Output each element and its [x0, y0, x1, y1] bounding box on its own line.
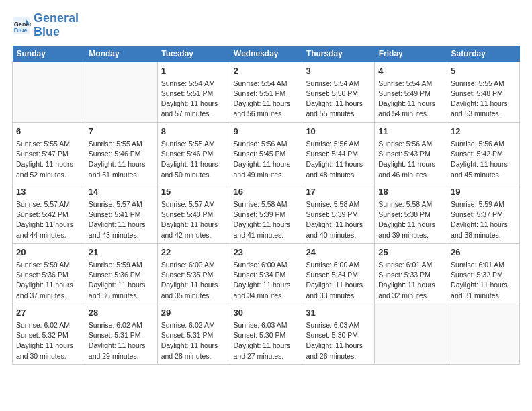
calendar-cell: 28Sunrise: 6:02 AM Sunset: 5:31 PM Dayli…: [85, 304, 157, 364]
cell-content: Sunrise: 5:58 AM Sunset: 5:39 PM Dayligh…: [306, 199, 371, 240]
date-number: 29: [161, 307, 226, 319]
calendar-cell: 17Sunrise: 5:58 AM Sunset: 5:39 PM Dayli…: [302, 183, 375, 243]
calendar-cell: 7Sunrise: 5:55 AM Sunset: 5:46 PM Daylig…: [85, 122, 157, 183]
date-number: 13: [16, 186, 81, 198]
calendar-cell: [375, 304, 447, 364]
col-tuesday: Tuesday: [157, 46, 230, 62]
logo: General Blue GeneralBlue: [12, 12, 79, 39]
calendar-cell: 3Sunrise: 5:54 AM Sunset: 5:50 PM Daylig…: [302, 62, 375, 122]
date-number: 2: [234, 65, 299, 77]
date-number: 30: [234, 307, 299, 319]
calendar-cell: 20Sunrise: 5:59 AM Sunset: 5:36 PM Dayli…: [13, 243, 85, 304]
calendar-week-2: 6Sunrise: 5:55 AM Sunset: 5:47 PM Daylig…: [13, 122, 520, 183]
calendar-cell: [13, 62, 85, 122]
calendar-cell: 29Sunrise: 6:02 AM Sunset: 5:31 PM Dayli…: [157, 304, 230, 364]
calendar-cell: 19Sunrise: 5:59 AM Sunset: 5:37 PM Dayli…: [447, 183, 520, 243]
cell-content: Sunrise: 6:00 AM Sunset: 5:34 PM Dayligh…: [234, 260, 299, 301]
calendar-week-4: 20Sunrise: 5:59 AM Sunset: 5:36 PM Dayli…: [13, 243, 520, 304]
date-number: 3: [306, 65, 371, 77]
cell-content: Sunrise: 5:59 AM Sunset: 5:37 PM Dayligh…: [451, 199, 516, 240]
calendar-cell: [447, 304, 520, 364]
date-number: 19: [451, 186, 516, 198]
calendar-cell: 24Sunrise: 6:00 AM Sunset: 5:34 PM Dayli…: [302, 243, 375, 304]
calendar-cell: 15Sunrise: 5:57 AM Sunset: 5:40 PM Dayli…: [157, 183, 230, 243]
calendar-cell: 21Sunrise: 5:59 AM Sunset: 5:36 PM Dayli…: [85, 243, 157, 304]
cell-content: Sunrise: 5:56 AM Sunset: 5:44 PM Dayligh…: [306, 139, 371, 180]
date-number: 20: [16, 246, 81, 259]
calendar-cell: 6Sunrise: 5:55 AM Sunset: 5:47 PM Daylig…: [13, 122, 85, 183]
calendar-cell: 10Sunrise: 5:56 AM Sunset: 5:44 PM Dayli…: [302, 122, 375, 183]
calendar-cell: 25Sunrise: 6:01 AM Sunset: 5:33 PM Dayli…: [375, 243, 447, 304]
calendar-cell: 31Sunrise: 6:03 AM Sunset: 5:30 PM Dayli…: [302, 304, 375, 364]
date-number: 16: [234, 186, 299, 198]
calendar-cell: 22Sunrise: 6:00 AM Sunset: 5:35 PM Dayli…: [157, 243, 230, 304]
date-number: 10: [306, 126, 371, 138]
cell-content: Sunrise: 5:59 AM Sunset: 5:36 PM Dayligh…: [89, 260, 154, 301]
cell-content: Sunrise: 6:03 AM Sunset: 5:30 PM Dayligh…: [306, 320, 371, 361]
calendar-cell: 23Sunrise: 6:00 AM Sunset: 5:34 PM Dayli…: [230, 243, 302, 304]
calendar-body: 1Sunrise: 5:54 AM Sunset: 5:51 PM Daylig…: [13, 62, 520, 364]
calendar-week-5: 27Sunrise: 6:02 AM Sunset: 5:32 PM Dayli…: [13, 304, 520, 364]
calendar-cell: 5Sunrise: 5:55 AM Sunset: 5:48 PM Daylig…: [447, 62, 520, 122]
cell-content: Sunrise: 6:00 AM Sunset: 5:35 PM Dayligh…: [161, 260, 226, 301]
cell-content: Sunrise: 5:55 AM Sunset: 5:46 PM Dayligh…: [161, 139, 226, 180]
cell-content: Sunrise: 6:02 AM Sunset: 5:31 PM Dayligh…: [161, 320, 226, 361]
cell-content: Sunrise: 6:01 AM Sunset: 5:32 PM Dayligh…: [451, 260, 516, 301]
calendar-cell: 27Sunrise: 6:02 AM Sunset: 5:32 PM Dayli…: [13, 304, 85, 364]
cell-content: Sunrise: 5:57 AM Sunset: 5:40 PM Dayligh…: [161, 199, 226, 240]
date-number: 4: [378, 65, 443, 77]
date-number: 25: [378, 246, 443, 259]
cell-content: Sunrise: 5:54 AM Sunset: 5:51 PM Dayligh…: [161, 79, 226, 120]
date-number: 8: [161, 126, 226, 138]
date-number: 21: [89, 246, 154, 259]
calendar-cell: 4Sunrise: 5:54 AM Sunset: 5:49 PM Daylig…: [375, 62, 447, 122]
col-wednesday: Wednesday: [230, 46, 302, 62]
date-number: 22: [161, 246, 226, 259]
date-number: 26: [451, 246, 516, 259]
cell-content: Sunrise: 5:58 AM Sunset: 5:38 PM Dayligh…: [378, 199, 443, 240]
calendar-cell: [85, 62, 157, 122]
date-number: 12: [451, 126, 516, 138]
calendar-cell: 8Sunrise: 5:55 AM Sunset: 5:46 PM Daylig…: [157, 122, 230, 183]
calendar-cell: 1Sunrise: 5:54 AM Sunset: 5:51 PM Daylig…: [157, 62, 230, 122]
date-number: 27: [16, 307, 81, 319]
calendar-week-1: 1Sunrise: 5:54 AM Sunset: 5:51 PM Daylig…: [13, 62, 520, 122]
date-number: 7: [89, 126, 154, 138]
header-row: Sunday Monday Tuesday Wednesday Thursday…: [13, 46, 520, 62]
col-monday: Monday: [85, 46, 157, 62]
cell-content: Sunrise: 6:01 AM Sunset: 5:33 PM Dayligh…: [378, 260, 443, 301]
cell-content: Sunrise: 5:56 AM Sunset: 5:45 PM Dayligh…: [234, 139, 299, 180]
svg-text:Blue: Blue: [14, 27, 28, 34]
calendar-cell: 30Sunrise: 6:03 AM Sunset: 5:30 PM Dayli…: [230, 304, 302, 364]
cell-content: Sunrise: 5:58 AM Sunset: 5:39 PM Dayligh…: [234, 199, 299, 240]
calendar-cell: 13Sunrise: 5:57 AM Sunset: 5:42 PM Dayli…: [13, 183, 85, 243]
calendar-week-3: 13Sunrise: 5:57 AM Sunset: 5:42 PM Dayli…: [13, 183, 520, 243]
header: General Blue GeneralBlue: [12, 12, 520, 39]
col-saturday: Saturday: [447, 46, 520, 62]
col-friday: Friday: [375, 46, 447, 62]
cell-content: Sunrise: 6:03 AM Sunset: 5:30 PM Dayligh…: [234, 320, 299, 361]
cell-content: Sunrise: 5:54 AM Sunset: 5:50 PM Dayligh…: [306, 79, 371, 120]
date-number: 18: [378, 186, 443, 198]
date-number: 24: [306, 246, 371, 259]
date-number: 5: [451, 65, 516, 77]
calendar-cell: 18Sunrise: 5:58 AM Sunset: 5:38 PM Dayli…: [375, 183, 447, 243]
col-thursday: Thursday: [302, 46, 375, 62]
calendar-cell: 16Sunrise: 5:58 AM Sunset: 5:39 PM Dayli…: [230, 183, 302, 243]
calendar-cell: 2Sunrise: 5:54 AM Sunset: 5:51 PM Daylig…: [230, 62, 302, 122]
cell-content: Sunrise: 5:56 AM Sunset: 5:42 PM Dayligh…: [451, 139, 516, 180]
date-number: 1: [161, 65, 226, 77]
logo-icon: General Blue: [12, 16, 31, 35]
cell-content: Sunrise: 5:55 AM Sunset: 5:48 PM Dayligh…: [451, 79, 516, 120]
cell-content: Sunrise: 5:56 AM Sunset: 5:43 PM Dayligh…: [378, 139, 443, 180]
date-number: 14: [89, 186, 154, 198]
date-number: 15: [161, 186, 226, 198]
cell-content: Sunrise: 5:59 AM Sunset: 5:36 PM Dayligh…: [16, 260, 81, 301]
date-number: 23: [234, 246, 299, 259]
calendar-cell: 26Sunrise: 6:01 AM Sunset: 5:32 PM Dayli…: [447, 243, 520, 304]
cell-content: Sunrise: 5:54 AM Sunset: 5:49 PM Dayligh…: [378, 79, 443, 120]
date-number: 28: [89, 307, 154, 319]
calendar-cell: 9Sunrise: 5:56 AM Sunset: 5:45 PM Daylig…: [230, 122, 302, 183]
date-number: 6: [16, 126, 81, 138]
date-number: 11: [378, 126, 443, 138]
